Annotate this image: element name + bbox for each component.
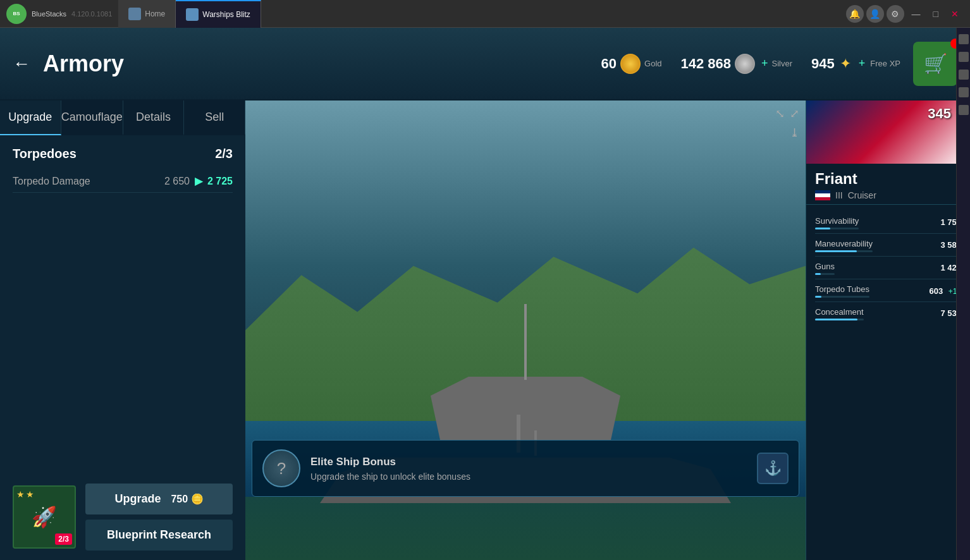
upgrade-button[interactable]: Upgrade 750 🪙 [85,484,233,514]
tab-home[interactable]: Home [118,0,176,28]
concealment-stat: Concealment 7 533 [815,302,961,324]
gold-icon [620,54,641,74]
page-title: Armory [43,51,601,77]
torpedo-damage-values: 2 650 ▶ 2 725 [164,175,233,187]
blueprint-research-button[interactable]: Blueprint Research [85,520,233,551]
user-icon[interactable]: 👤 [866,5,884,23]
bluestacks-logo: BS [6,4,27,24]
ship-class-row: III Cruiser [815,190,961,200]
sidebar-keyboard-icon[interactable] [959,87,969,97]
torpedoes-title: Torpedoes [13,147,77,161]
torpedo-tubes-label: Torpedo Tubes [815,284,869,294]
silver-icon-small: 🪙 [191,494,204,504]
torpedo-tubes-bar-bg [815,296,869,298]
star-1: ★ [16,489,25,499]
game-tab-label: Warships Blitz [202,10,250,19]
sidebar-camera-icon[interactable] [959,105,969,115]
collapse-icon[interactable]: ⤓ [790,126,799,139]
upgrade-cost-value: 750 [171,494,188,504]
survivability-label: Survivability [815,216,859,226]
gold-amount: 60 [601,56,617,72]
upgrade-label: Upgrade [114,492,161,506]
tab-warships-blitz[interactable]: Warships Blitz [176,0,261,28]
torpedo-icon: 🚀 [32,505,57,529]
cart-button[interactable]: 🛒 [913,42,957,86]
expand-icons: ⤡ ⤢ [775,107,799,121]
silver-icon [735,54,755,74]
survivability-bar-fill [815,228,830,229]
torpedoes-header: Torpedoes 2/3 [13,147,233,161]
torpedo-damage-label: Torpedo Damage [13,176,90,187]
notification-icon[interactable]: 🔔 [846,5,864,23]
torpedo-damage-old: 2 650 [164,176,190,187]
guns-bar-fill [815,273,821,275]
minimize-button[interactable]: — [907,6,926,21]
tab-camouflage[interactable]: Camouflage [61,100,123,135]
upgrade-section: Torpedoes 2/3 Torpedo Damage 2 650 ▶ 2 7… [0,135,245,477]
sidebar-expand-icon[interactable] [959,34,969,44]
expand-left-icon[interactable]: ⤡ [775,107,785,121]
tab-upgrade-label: Upgrade [8,111,52,124]
torpedoes-count: 2/3 [215,147,233,161]
maneuverability-stat: Maneuverability 3 589 [815,234,961,257]
silver-amount: 142 868 [681,56,732,72]
main-content: Upgrade Camouflage Details Sell Torpedoe… [0,100,970,560]
survivability-bar-bg [815,228,859,229]
expand-right-icon[interactable]: ⤢ [790,107,799,121]
maneuverability-bar-bg [815,250,873,252]
close-button[interactable]: ✕ [946,6,964,21]
torpedo-tubes-value: 603 [929,286,943,296]
item-progress-badge: 2/3 [55,533,72,545]
elite-action-button[interactable]: ⚓ [757,453,789,484]
free-xp-plus[interactable]: + [859,57,866,70]
home-tab-icon [128,8,141,20]
free-xp-currency: 945 ✦ + Free XP [811,56,900,72]
tab-sell[interactable]: Sell [184,100,245,135]
maneuverability-bar-fill [815,250,857,252]
action-buttons: Upgrade 750 🪙 Blueprint Research [85,484,233,551]
tab-upgrade[interactable]: Upgrade [0,100,61,135]
maneuverability-label: Maneuverability [815,239,873,248]
tab-details[interactable]: Details [123,100,185,135]
game-tab-icon [186,8,199,21]
left-panel: Upgrade Camouflage Details Sell Torpedoe… [0,100,245,560]
silver-plus[interactable]: + [761,57,768,70]
settings-icon[interactable]: ⚙ [887,5,904,23]
star-2: ★ [26,489,34,499]
ship-flag-area: 345 ★ [806,100,970,164]
torpedo-tubes-bar-fill [815,296,821,298]
survivability-stat: Survivability 1 752 [815,211,961,234]
ship-name-area: Friant III Cruiser [806,164,970,205]
title-bar-left: BS BlueStacks 4.120.0.1081 [0,4,118,24]
gold-label: Gold [644,59,661,68]
top-bar: ← Armory 60 Gold 142 868 + Silver 945 ✦ … [0,28,970,100]
tab-camouflage-label: Camouflage [61,111,123,124]
ship-view: ⤡ ⤢ ⤓ ? Elite Ship Bonus Upgrade the shi… [245,100,806,560]
sidebar-fullscreen-icon[interactable] [959,52,969,62]
concealment-bar-fill [815,319,857,320]
tab-details-label: Details [136,111,171,124]
sidebar-location-icon[interactable] [959,70,969,80]
ship-name: Friant [815,170,961,188]
tab-sell-label: Sell [205,111,224,124]
bluestacks-name: BlueStacks [32,10,66,18]
ship-tier: III [835,190,843,200]
guns-label: Guns [815,262,835,271]
home-tab-label: Home [145,9,165,18]
nation-flag [815,190,830,200]
torpedo-damage-new: 2 725 [207,176,233,187]
elite-icon: ? [262,449,300,487]
maximize-button[interactable]: □ [928,6,943,21]
stats-area: Survivability 1 752 Maneuverability 3 58… [806,205,970,560]
right-panel: 345 ★ Friant III Cruiser Survivability [806,100,970,560]
free-xp-amount: 945 [811,56,835,72]
concealment-bar-bg [815,319,864,320]
guns-stat: Guns 1 428 [815,257,961,279]
window-controls: 🔔 👤 ⚙ — □ ✕ [846,5,970,23]
ship-superstructure [431,377,620,440]
free-xp-label: Free XP [870,59,900,68]
elite-title: Elite Ship Bonus [310,456,747,468]
title-bar: BS BlueStacks 4.120.0.1081 Home Warships… [0,0,970,28]
back-button[interactable]: ← [13,54,30,74]
guns-bar-bg [815,273,835,275]
